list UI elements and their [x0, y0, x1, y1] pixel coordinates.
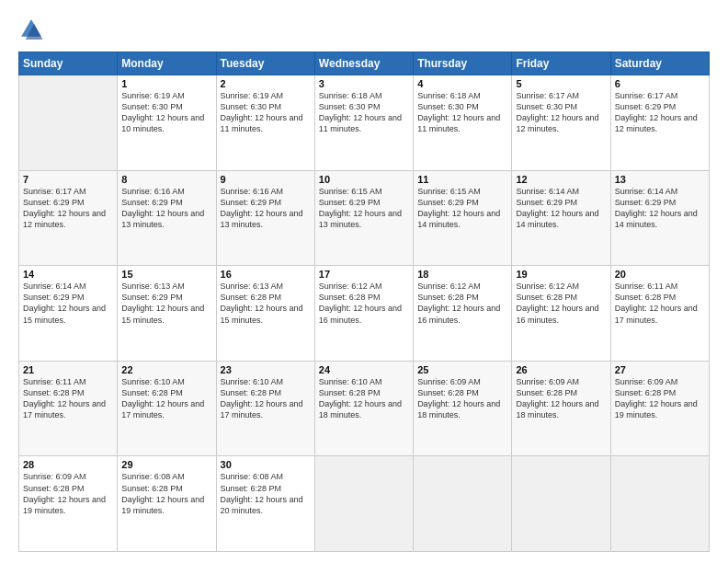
- day-number: 20: [615, 269, 705, 280]
- day-number: 19: [516, 269, 606, 280]
- cell-text: Sunrise: 6:12 AMSunset: 6:28 PMDaylight:…: [516, 281, 606, 326]
- calendar-cell: 1Sunrise: 6:19 AMSunset: 6:30 PMDaylight…: [118, 75, 216, 171]
- day-number: 4: [417, 78, 507, 89]
- calendar-cell: 8Sunrise: 6:16 AMSunset: 6:29 PMDaylight…: [118, 170, 216, 266]
- calendar-cell: 13Sunrise: 6:14 AMSunset: 6:29 PMDayligh…: [610, 170, 709, 266]
- calendar-cell: 5Sunrise: 6:17 AMSunset: 6:30 PMDaylight…: [512, 75, 610, 171]
- cell-text: Sunrise: 6:08 AMSunset: 6:28 PMDaylight:…: [121, 471, 211, 516]
- calendar-cell: 23Sunrise: 6:10 AMSunset: 6:28 PMDayligh…: [216, 361, 314, 456]
- calendar-week-row: 28Sunrise: 6:09 AMSunset: 6:28 PMDayligh…: [19, 456, 710, 552]
- day-number: 28: [23, 459, 113, 470]
- day-number: 24: [319, 364, 409, 375]
- cell-text: Sunrise: 6:11 AMSunset: 6:28 PMDaylight:…: [23, 376, 113, 421]
- calendar-cell: 18Sunrise: 6:12 AMSunset: 6:28 PMDayligh…: [414, 266, 512, 362]
- calendar-cell: 19Sunrise: 6:12 AMSunset: 6:28 PMDayligh…: [512, 266, 610, 362]
- calendar-cell: 6Sunrise: 6:17 AMSunset: 6:29 PMDaylight…: [610, 75, 709, 171]
- calendar-cell: [19, 75, 118, 171]
- cell-text: Sunrise: 6:09 AMSunset: 6:28 PMDaylight:…: [417, 376, 507, 421]
- calendar-week-row: 7Sunrise: 6:17 AMSunset: 6:29 PMDaylight…: [19, 170, 710, 266]
- calendar-cell: 3Sunrise: 6:18 AMSunset: 6:30 PMDaylight…: [314, 75, 413, 171]
- cell-text: Sunrise: 6:19 AMSunset: 6:30 PMDaylight:…: [221, 90, 311, 135]
- cell-text: Sunrise: 6:17 AMSunset: 6:30 PMDaylight:…: [516, 90, 606, 135]
- calendar-cell: 16Sunrise: 6:13 AMSunset: 6:28 PMDayligh…: [216, 266, 314, 362]
- calendar-cell: 25Sunrise: 6:09 AMSunset: 6:28 PMDayligh…: [414, 361, 512, 456]
- cell-text: Sunrise: 6:08 AMSunset: 6:28 PMDaylight:…: [221, 471, 311, 516]
- cell-text: Sunrise: 6:12 AMSunset: 6:28 PMDaylight:…: [319, 281, 409, 326]
- calendar-cell: [414, 456, 512, 552]
- cell-text: Sunrise: 6:14 AMSunset: 6:29 PMDaylight:…: [23, 281, 113, 326]
- day-number: 8: [121, 174, 211, 185]
- cell-text: Sunrise: 6:10 AMSunset: 6:28 PMDaylight:…: [121, 376, 211, 421]
- calendar-cell: [610, 456, 709, 552]
- day-number: 18: [417, 269, 507, 280]
- cell-text: Sunrise: 6:16 AMSunset: 6:29 PMDaylight:…: [221, 186, 311, 231]
- cell-text: Sunrise: 6:10 AMSunset: 6:28 PMDaylight:…: [221, 376, 311, 421]
- day-header-thursday: Thursday: [414, 52, 512, 75]
- header: [18, 17, 710, 42]
- cell-text: Sunrise: 6:15 AMSunset: 6:29 PMDaylight:…: [417, 186, 507, 231]
- day-number: 21: [23, 364, 113, 375]
- calendar-cell: 17Sunrise: 6:12 AMSunset: 6:28 PMDayligh…: [314, 266, 413, 362]
- day-number: 6: [615, 78, 705, 89]
- calendar-cell: 9Sunrise: 6:16 AMSunset: 6:29 PMDaylight…: [216, 170, 314, 266]
- cell-text: Sunrise: 6:09 AMSunset: 6:28 PMDaylight:…: [615, 376, 705, 421]
- day-header-saturday: Saturday: [610, 52, 709, 75]
- day-number: 17: [319, 269, 409, 280]
- cell-text: Sunrise: 6:17 AMSunset: 6:29 PMDaylight:…: [615, 90, 705, 135]
- cell-text: Sunrise: 6:14 AMSunset: 6:29 PMDaylight:…: [615, 186, 705, 231]
- cell-text: Sunrise: 6:13 AMSunset: 6:29 PMDaylight:…: [121, 281, 211, 326]
- day-number: 12: [516, 174, 606, 185]
- day-number: 14: [23, 269, 113, 280]
- day-number: 27: [615, 364, 705, 375]
- calendar-week-row: 21Sunrise: 6:11 AMSunset: 6:28 PMDayligh…: [19, 361, 710, 456]
- day-number: 22: [121, 364, 211, 375]
- calendar-cell: 11Sunrise: 6:15 AMSunset: 6:29 PMDayligh…: [414, 170, 512, 266]
- calendar-cell: 15Sunrise: 6:13 AMSunset: 6:29 PMDayligh…: [118, 266, 216, 362]
- cell-text: Sunrise: 6:15 AMSunset: 6:29 PMDaylight:…: [319, 186, 409, 231]
- cell-text: Sunrise: 6:09 AMSunset: 6:28 PMDaylight:…: [516, 376, 606, 421]
- day-header-friday: Friday: [512, 52, 610, 75]
- day-number: 10: [319, 174, 409, 185]
- day-header-monday: Monday: [118, 52, 216, 75]
- day-number: 9: [221, 174, 311, 185]
- day-number: 25: [417, 364, 507, 375]
- day-number: 7: [23, 174, 113, 185]
- calendar-cell: 10Sunrise: 6:15 AMSunset: 6:29 PMDayligh…: [314, 170, 413, 266]
- cell-text: Sunrise: 6:12 AMSunset: 6:28 PMDaylight:…: [417, 281, 507, 326]
- cell-text: Sunrise: 6:09 AMSunset: 6:28 PMDaylight:…: [23, 471, 113, 516]
- calendar-table: SundayMondayTuesdayWednesdayThursdayFrid…: [18, 52, 710, 552]
- calendar-week-row: 1Sunrise: 6:19 AMSunset: 6:30 PMDaylight…: [19, 75, 710, 171]
- calendar-cell: 7Sunrise: 6:17 AMSunset: 6:29 PMDaylight…: [19, 170, 118, 266]
- day-header-tuesday: Tuesday: [216, 52, 314, 75]
- day-number: 15: [121, 269, 211, 280]
- page: SundayMondayTuesdayWednesdayThursdayFrid…: [0, 0, 728, 563]
- day-number: 3: [319, 78, 409, 89]
- day-number: 2: [221, 78, 311, 89]
- cell-text: Sunrise: 6:18 AMSunset: 6:30 PMDaylight:…: [319, 90, 409, 135]
- day-number: 26: [516, 364, 606, 375]
- day-number: 13: [615, 174, 705, 185]
- day-number: 1: [121, 78, 211, 89]
- calendar-week-row: 14Sunrise: 6:14 AMSunset: 6:29 PMDayligh…: [19, 266, 710, 362]
- cell-text: Sunrise: 6:11 AMSunset: 6:28 PMDaylight:…: [615, 281, 705, 326]
- day-number: 30: [221, 459, 311, 470]
- calendar-cell: [512, 456, 610, 552]
- day-number: 16: [221, 269, 311, 280]
- logo: [18, 17, 48, 42]
- cell-text: Sunrise: 6:19 AMSunset: 6:30 PMDaylight:…: [121, 90, 211, 135]
- day-header-wednesday: Wednesday: [314, 52, 413, 75]
- calendar-cell: 29Sunrise: 6:08 AMSunset: 6:28 PMDayligh…: [118, 456, 216, 552]
- logo-icon: [18, 17, 44, 42]
- calendar-cell: 21Sunrise: 6:11 AMSunset: 6:28 PMDayligh…: [19, 361, 118, 456]
- calendar-cell: 2Sunrise: 6:19 AMSunset: 6:30 PMDaylight…: [216, 75, 314, 171]
- cell-text: Sunrise: 6:18 AMSunset: 6:30 PMDaylight:…: [417, 90, 507, 135]
- calendar-cell: 14Sunrise: 6:14 AMSunset: 6:29 PMDayligh…: [19, 266, 118, 362]
- cell-text: Sunrise: 6:14 AMSunset: 6:29 PMDaylight:…: [516, 186, 606, 231]
- calendar-cell: 20Sunrise: 6:11 AMSunset: 6:28 PMDayligh…: [610, 266, 709, 362]
- day-number: 11: [417, 174, 507, 185]
- cell-text: Sunrise: 6:10 AMSunset: 6:28 PMDaylight:…: [319, 376, 409, 421]
- calendar-cell: 4Sunrise: 6:18 AMSunset: 6:30 PMDaylight…: [414, 75, 512, 171]
- cell-text: Sunrise: 6:17 AMSunset: 6:29 PMDaylight:…: [23, 186, 113, 231]
- calendar-cell: 24Sunrise: 6:10 AMSunset: 6:28 PMDayligh…: [314, 361, 413, 456]
- calendar-cell: 12Sunrise: 6:14 AMSunset: 6:29 PMDayligh…: [512, 170, 610, 266]
